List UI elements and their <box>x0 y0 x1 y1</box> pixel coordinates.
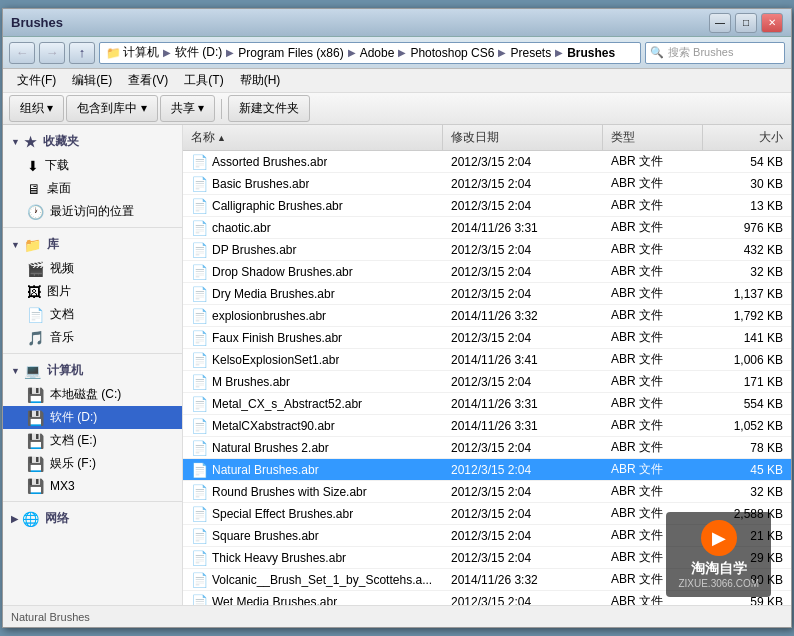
up-button[interactable]: ↑ <box>69 42 95 64</box>
address-segment-4: Photoshop CS6 <box>410 46 494 60</box>
sidebar-item-d[interactable]: 💾 软件 (D:) <box>3 406 182 429</box>
downloads-label: 下载 <box>45 157 69 174</box>
file-name-cell: 📄 Round Brushes with Size.abr <box>183 484 443 500</box>
window-controls: — □ ✕ <box>709 13 783 33</box>
file-icon: 📄 <box>191 550 208 566</box>
menu-view[interactable]: 查看(V) <box>120 69 176 92</box>
sidebar-item-pictures[interactable]: 🖼 图片 <box>3 280 182 303</box>
table-row[interactable]: 📄 MetalCXabstract90.abr 2014/11/26 3:31 … <box>183 415 791 437</box>
file-name-text: KelsoExplosionSet1.abr <box>212 353 339 367</box>
file-name-cell: 📄 Natural Brushes 2.abr <box>183 440 443 456</box>
sidebar-item-c[interactable]: 💾 本地磁盘 (C:) <box>3 383 182 406</box>
minimize-button[interactable]: — <box>709 13 731 33</box>
sidebar-section-library[interactable]: ▼ 📁 库 <box>3 232 182 257</box>
nav-bar: ← → ↑ 📁 计算机 ▶ 软件 (D:) ▶ Program Files (x… <box>3 37 791 69</box>
file-size-cell: 13 KB <box>703 199 791 213</box>
table-row[interactable]: 📄 DP Brushes.abr 2012/3/15 2:04 ABR 文件 4… <box>183 239 791 261</box>
file-size-cell: 1,792 KB <box>703 309 791 323</box>
forward-button[interactable]: → <box>39 42 65 64</box>
menu-tools[interactable]: 工具(T) <box>176 69 231 92</box>
file-date-cell: 2012/3/15 2:04 <box>443 375 603 389</box>
file-size-cell: 45 KB <box>703 463 791 477</box>
address-bar[interactable]: 📁 计算机 ▶ 软件 (D:) ▶ Program Files (x86) ▶ … <box>99 42 641 64</box>
new-folder-button[interactable]: 新建文件夹 <box>228 95 310 122</box>
sidebar-item-downloads[interactable]: ⬇ 下载 <box>3 154 182 177</box>
sidebar-section-network[interactable]: ▶ 🌐 网络 <box>3 506 182 531</box>
col-header-date[interactable]: 修改日期 <box>443 125 603 150</box>
share-button[interactable]: 共享 ▾ <box>160 95 215 122</box>
file-date-cell: 2012/3/15 2:04 <box>443 177 603 191</box>
table-row[interactable]: 📄 Drop Shadow Brushes.abr 2012/3/15 2:04… <box>183 261 791 283</box>
file-type-cell: ABR 文件 <box>603 395 703 412</box>
sidebar-item-video[interactable]: 🎬 视频 <box>3 257 182 280</box>
col-header-name[interactable]: 名称 ▲ <box>183 125 443 150</box>
sidebar-item-recent[interactable]: 🕐 最近访问的位置 <box>3 200 182 223</box>
col-header-size[interactable]: 大小 <box>703 125 791 150</box>
sidebar-item-mx3[interactable]: 💾 MX3 <box>3 475 182 497</box>
table-row[interactable]: 📄 explosionbrushes.abr 2014/11/26 3:32 A… <box>183 305 791 327</box>
file-size-cell: 554 KB <box>703 397 791 411</box>
favorites-arrow: ▼ <box>11 137 20 147</box>
file-type-cell: ABR 文件 <box>603 197 703 214</box>
table-row[interactable]: 📄 KelsoExplosionSet1.abr 2014/11/26 3:41… <box>183 349 791 371</box>
file-type-cell: ABR 文件 <box>603 351 703 368</box>
sidebar-item-e[interactable]: 💾 文档 (E:) <box>3 429 182 452</box>
table-row[interactable]: 📄 Natural Brushes.abr 2012/3/15 2:04 ABR… <box>183 459 791 481</box>
file-name-text: Volcanic__Brush_Set_1_by_Scottehs.a... <box>212 573 432 587</box>
file-icon: 📄 <box>191 374 208 390</box>
sidebar-section-favorites[interactable]: ▼ ★ 收藏夹 <box>3 129 182 154</box>
file-name-text: Thick Heavy Brushes.abr <box>212 551 346 565</box>
table-row[interactable]: 📄 M Brushes.abr 2012/3/15 2:04 ABR 文件 17… <box>183 371 791 393</box>
table-row[interactable]: 📄 Assorted Brushes.abr 2012/3/15 2:04 AB… <box>183 151 791 173</box>
menu-help[interactable]: 帮助(H) <box>232 69 289 92</box>
file-name-cell: 📄 Dry Media Brushes.abr <box>183 286 443 302</box>
drive-d-icon: 💾 <box>27 410 44 426</box>
address-arrow-1: ▶ <box>163 47 171 58</box>
file-date-cell: 2014/11/26 3:32 <box>443 309 603 323</box>
address-segment-5: Presets <box>510 46 551 60</box>
sidebar-section-computer[interactable]: ▼ 💻 计算机 <box>3 358 182 383</box>
close-button[interactable]: ✕ <box>761 13 783 33</box>
table-row[interactable]: 📄 Round Brushes with Size.abr 2012/3/15 … <box>183 481 791 503</box>
col-header-type[interactable]: 类型 <box>603 125 703 150</box>
menu-file[interactable]: 文件(F) <box>9 69 64 92</box>
file-size-cell: 54 KB <box>703 155 791 169</box>
file-name-cell: 📄 Drop Shadow Brushes.abr <box>183 264 443 280</box>
table-row[interactable]: 📄 Natural Brushes 2.abr 2012/3/15 2:04 A… <box>183 437 791 459</box>
file-type-cell: ABR 文件 <box>603 219 703 236</box>
sidebar: ▼ ★ 收藏夹 ⬇ 下载 🖥 桌面 🕐 最近访问的位置 ▼ 📁 库 <box>3 125 183 605</box>
file-name-cell: 📄 explosionbrushes.abr <box>183 308 443 324</box>
include-library-button[interactable]: 包含到库中 ▾ <box>66 95 157 122</box>
table-row[interactable]: 📄 Dry Media Brushes.abr 2012/3/15 2:04 A… <box>183 283 791 305</box>
file-icon: 📄 <box>191 418 208 434</box>
back-button[interactable]: ← <box>9 42 35 64</box>
computer-icon: 💻 <box>24 363 41 379</box>
table-row[interactable]: 📄 Calligraphic Brushes.abr 2012/3/15 2:0… <box>183 195 791 217</box>
table-row[interactable]: 📄 Basic Brushes.abr 2012/3/15 2:04 ABR 文… <box>183 173 791 195</box>
file-name-cell: 📄 KelsoExplosionSet1.abr <box>183 352 443 368</box>
maximize-button[interactable]: □ <box>735 13 757 33</box>
organize-button[interactable]: 组织 ▾ <box>9 95 64 122</box>
menu-edit[interactable]: 编辑(E) <box>64 69 120 92</box>
sidebar-item-docs[interactable]: 📄 文档 <box>3 303 182 326</box>
sidebar-item-desktop[interactable]: 🖥 桌面 <box>3 177 182 200</box>
file-size-cell: 1,006 KB <box>703 353 791 367</box>
table-row[interactable]: 📄 chaotic.abr 2014/11/26 3:31 ABR 文件 976… <box>183 217 791 239</box>
sort-arrow: ▲ <box>217 133 226 143</box>
folder-icon-0: 📁 <box>106 46 121 60</box>
table-row[interactable]: 📄 Metal_CX_s_Abstract52.abr 2014/11/26 3… <box>183 393 791 415</box>
file-size-cell: 78 KB <box>703 441 791 455</box>
column-header: 名称 ▲ 修改日期 类型 大小 <box>183 125 791 151</box>
video-label: 视频 <box>50 260 74 277</box>
file-icon: 📄 <box>191 572 208 588</box>
sidebar-item-f[interactable]: 💾 娱乐 (F:) <box>3 452 182 475</box>
drive-e-label: 文档 (E:) <box>50 432 97 449</box>
sidebar-item-music[interactable]: 🎵 音乐 <box>3 326 182 349</box>
table-row[interactable]: 📄 Faux Finish Brushes.abr 2012/3/15 2:04… <box>183 327 791 349</box>
desktop-label: 桌面 <box>47 180 71 197</box>
file-date-cell: 2012/3/15 2:04 <box>443 331 603 345</box>
search-box[interactable]: 🔍 搜索 Brushes <box>645 42 785 64</box>
file-size-cell: 171 KB <box>703 375 791 389</box>
search-placeholder: 搜索 Brushes <box>668 45 733 60</box>
drive-f-icon: 💾 <box>27 456 44 472</box>
